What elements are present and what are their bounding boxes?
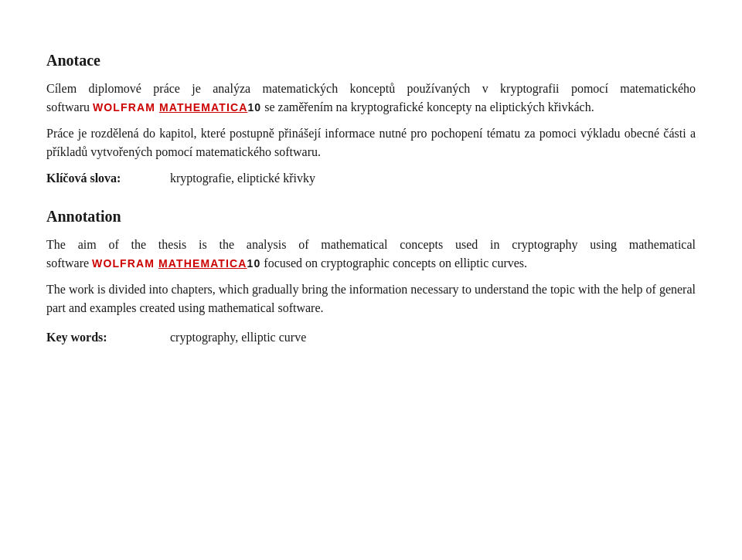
- wolfram-brand-en: WOLFRAM MATHEMATICA10: [92, 257, 260, 270]
- anotace-keywords-value: kryptografie, eliptické křivky: [170, 169, 315, 187]
- annotation-title: Annotation: [46, 205, 696, 228]
- anotace-paragraph2: Práce je rozdělená do kapitol, které pos…: [46, 124, 696, 161]
- annotation-keywords-label: Key words:: [46, 328, 170, 346]
- annotation-paragraph1: The aim of the thesis is the analysis of…: [46, 236, 696, 273]
- annotation-keywords-row: Key words: cryptography, elliptic curve: [46, 328, 696, 346]
- wolfram-text-en: WOLFRAM: [92, 257, 155, 270]
- annotation-keywords-value: cryptography, elliptic curve: [170, 328, 306, 346]
- version-en: 10: [247, 257, 261, 270]
- mathematica-text-cz: MATHEMATICA: [159, 101, 247, 114]
- anotace-keywords-label: Klíčová slova:: [46, 169, 170, 187]
- wolfram-brand-cz: WOLFRAM MATHEMATICA10: [93, 101, 261, 114]
- mathematica-text-en: MATHEMATICA: [158, 257, 247, 270]
- anotace-paragraph1: Cílem diplomové práce je analýza matemat…: [46, 80, 696, 117]
- annotation-section: Annotation The aim of the thesis is the …: [46, 205, 696, 346]
- anotace-section: Anotace Cílem diplomové práce je analýza…: [46, 49, 696, 187]
- version-cz: 10: [247, 101, 261, 114]
- annotation-p1-text-after: focused on cryptographic concepts on ell…: [260, 256, 527, 270]
- annotation-paragraph2: The work is divided into chapters, which…: [46, 280, 696, 317]
- anotace-p1-text-after: se zaměřením na kryptografické koncepty …: [261, 100, 594, 114]
- wolfram-text-cz: WOLFRAM: [93, 101, 155, 114]
- page-content: Anotace Cílem diplomové práce je analýza…: [46, 49, 696, 346]
- anotace-title: Anotace: [46, 49, 696, 72]
- anotace-keywords-row: Klíčová slova: kryptografie, eliptické k…: [46, 169, 696, 187]
